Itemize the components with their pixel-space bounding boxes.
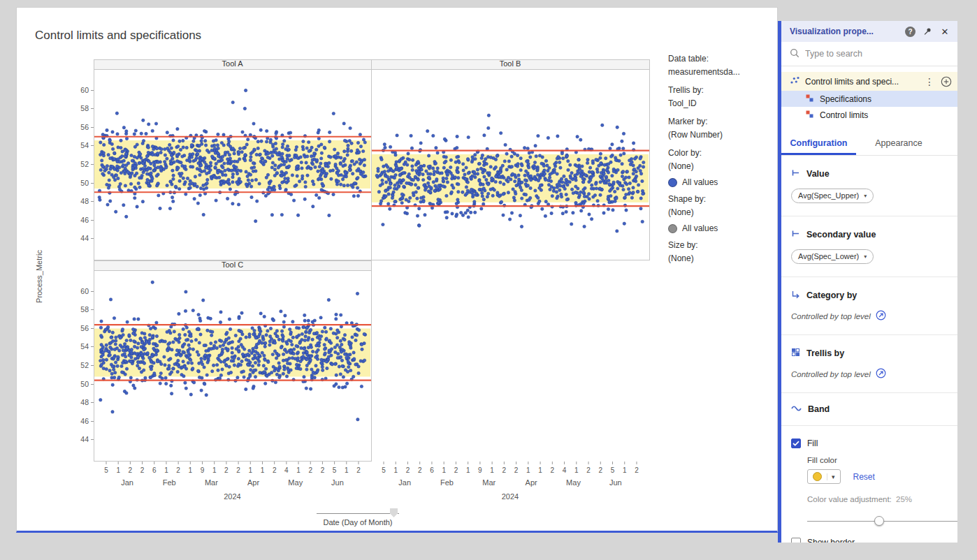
legend-value[interactable]: (None) (668, 252, 783, 265)
svg-text:58: 58 (80, 104, 89, 112)
svg-text:5: 5 (611, 466, 615, 474)
value-expression: Avg(Spec_Upper) (798, 191, 859, 200)
svg-text:1: 1 (189, 466, 193, 474)
legend-value[interactable]: (None) (668, 206, 783, 219)
fill-color-picker[interactable]: ▾ (807, 469, 841, 484)
svg-text:5: 5 (333, 466, 337, 474)
svg-text:Jan: Jan (398, 478, 411, 487)
tree-root-visualization[interactable]: Control limits and speci... ⋮ (781, 72, 957, 91)
properties-panel-header: Visualization prope... ? ✕ (781, 21, 957, 42)
legend-value[interactable]: (None) (668, 160, 783, 173)
pin-icon[interactable] (922, 26, 933, 37)
tree-item-control-limits[interactable]: Control limits (781, 107, 957, 123)
search-icon (790, 48, 799, 60)
note-text: Controlled by top level (791, 370, 871, 378)
svg-text:1: 1 (212, 466, 217, 474)
svg-text:Tool A: Tool A (222, 59, 244, 68)
y-axis-label[interactable]: Process_Metric (35, 250, 43, 303)
svg-text:6: 6 (430, 466, 434, 474)
note-text: Controlled by top level (791, 312, 871, 320)
svg-text:1: 1 (393, 466, 398, 474)
legend-group: Shape by: (None) All values (668, 193, 783, 233)
navigate-up-icon[interactable] (876, 310, 886, 322)
tree-item-label: Specifications (820, 94, 871, 104)
x-axis-title[interactable]: Date (Day of Month) (302, 518, 414, 526)
svg-text:2: 2 (454, 466, 458, 474)
svg-text:1: 1 (249, 466, 253, 474)
svg-text:1: 1 (261, 466, 265, 474)
fill-color-swatch (813, 472, 822, 481)
legend-value[interactable]: (Row Number) (668, 128, 783, 142)
svg-text:2024: 2024 (224, 492, 240, 501)
secondary-value-expression-dropdown[interactable]: Avg(Spec_Lower) ▾ (791, 249, 874, 264)
svg-text:Tool C: Tool C (222, 260, 243, 269)
navigate-up-icon[interactable] (876, 368, 886, 380)
svg-text:50: 50 (80, 179, 89, 187)
value-expression-dropdown[interactable]: Avg(Spec_Upper) ▾ (791, 189, 874, 203)
secondary-value-expression: Avg(Spec_Lower) (798, 252, 859, 260)
show-border-row[interactable]: Show border (791, 538, 948, 543)
svg-text:2: 2 (140, 466, 145, 474)
slider-handle[interactable] (874, 516, 884, 526)
section-value: Value Avg(Spec_Upper) ▾ (781, 156, 957, 216)
section-band-fill: Fill Fill color ▾ Reset Color value adju… (781, 426, 957, 543)
legend-group: Data table: measurementsda... (668, 52, 783, 79)
svg-text:Apr: Apr (247, 478, 259, 487)
svg-text:54: 54 (80, 141, 89, 149)
section-title: Value (806, 169, 830, 179)
color-adjustment-value: 25% (896, 495, 912, 503)
svg-text:9: 9 (201, 466, 205, 474)
tab-configuration[interactable]: Configuration (781, 131, 856, 155)
svg-text:2: 2 (514, 466, 519, 474)
fill-checkbox[interactable] (791, 439, 801, 448)
trellis-scatter-chart[interactable]: 4446485052545658604446485052545658605122… (76, 58, 667, 524)
legend-group: Trellis by: Tool_ID (668, 84, 783, 110)
color-adjustment-slider[interactable] (807, 516, 957, 526)
svg-text:1: 1 (490, 466, 494, 474)
show-border-checkbox[interactable] (791, 538, 801, 543)
legend-value[interactable]: measurementsda... (668, 66, 783, 79)
legend-label: Data table: (668, 52, 783, 66)
section-title: Band (808, 404, 830, 414)
help-icon[interactable]: ? (905, 27, 916, 37)
svg-text:Tool B: Tool B (500, 59, 521, 68)
svg-text:50: 50 (80, 380, 89, 388)
reset-link[interactable]: Reset (853, 472, 875, 482)
scatter-plot-icon (790, 75, 799, 87)
kebab-menu-icon[interactable]: ⋮ (924, 76, 935, 87)
tree-item-specifications[interactable]: Specifications (781, 91, 957, 107)
legend-swatch-row[interactable]: All values (668, 223, 783, 233)
svg-text:1: 1 (442, 466, 446, 474)
svg-text:5: 5 (382, 466, 386, 474)
legend-swatch-row[interactable]: All values (668, 177, 783, 187)
legend-group: Color by: (None) All values (668, 147, 783, 187)
close-icon[interactable]: ✕ (939, 26, 950, 37)
svg-text:2: 2 (129, 466, 133, 474)
chevron-down-icon: ▾ (827, 473, 835, 480)
search-bar (781, 42, 957, 66)
legend-label: Color by: (668, 147, 783, 160)
legend-swatch-label: All values (682, 177, 718, 187)
svg-text:56: 56 (80, 324, 89, 332)
x-axis-zoom-slider[interactable] (317, 513, 399, 514)
legend-value[interactable]: Tool_ID (668, 97, 783, 110)
svg-text:2024: 2024 (502, 492, 519, 501)
search-input[interactable] (805, 49, 949, 59)
svg-text:52: 52 (80, 361, 89, 369)
svg-text:60: 60 (80, 287, 89, 295)
section-band: Band (781, 393, 957, 426)
fill-checkbox-row[interactable]: Fill (791, 439, 948, 448)
tab-appearance[interactable]: Appearance (856, 131, 941, 155)
svg-text:2: 2 (586, 466, 591, 474)
svg-text:Jan: Jan (121, 478, 133, 487)
legend-group: Marker by: (Row Number) (668, 115, 783, 142)
svg-text:1: 1 (574, 466, 579, 474)
svg-text:May: May (566, 478, 581, 487)
svg-text:1: 1 (526, 466, 530, 474)
svg-text:Feb: Feb (163, 478, 176, 487)
legend-color-dot (668, 178, 677, 187)
svg-text:52: 52 (80, 160, 89, 168)
add-circle-icon[interactable] (941, 76, 952, 87)
section-category-by: Category by Controlled by top level (781, 277, 957, 335)
svg-text:2: 2 (236, 466, 240, 474)
